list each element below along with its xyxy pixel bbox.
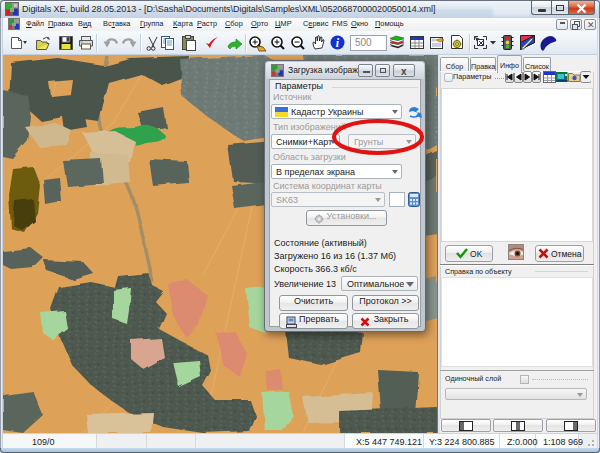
svg-text:500: 500: [355, 37, 372, 48]
